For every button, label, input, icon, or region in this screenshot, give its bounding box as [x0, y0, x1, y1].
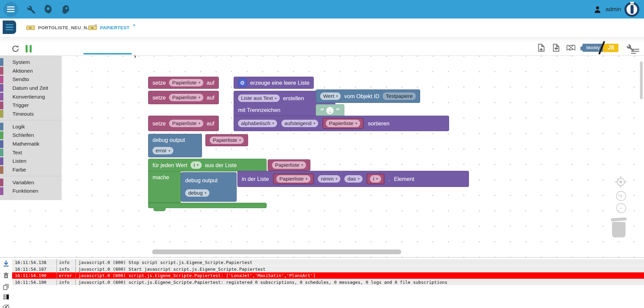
block-sort-list[interactable]: alphabetisch▾ aufsteigend▾ Papierliste▾ … [234, 116, 449, 131]
index-mode-dropdown[interactable]: das▾ [344, 175, 363, 183]
wrench-icon[interactable] [26, 4, 36, 14]
person-icon[interactable] [593, 5, 602, 14]
list-mode-dropdown[interactable]: Liste aus Text▾ [238, 94, 280, 102]
log-panel: 16:11:54.138infojavascript.0 (800) Stop … [0, 257, 644, 308]
block-variable-papierliste[interactable]: Papierliste▾ [273, 174, 314, 184]
horizontal-scrollbar[interactable] [152, 249, 401, 254]
hamburger-menu-button[interactable] [3, 2, 18, 17]
block-set-variable-1[interactable]: setze Papierliste▾ auf [148, 77, 219, 89]
vertical-scrollbar[interactable] [640, 62, 643, 99]
gear-icon[interactable] [43, 4, 53, 14]
sort-type-dropdown[interactable]: alphabetisch▾ [238, 120, 277, 127]
block-get-object-value[interactable]: Wert▾ vom Objekt ID Testpapiere [316, 89, 420, 103]
block-debug-output-1[interactable]: debug output error▾ [148, 134, 202, 157]
import-blocks-icon[interactable] [551, 43, 561, 52]
log-toolbar [0, 258, 12, 308]
category-funktionen[interactable]: Funktionen [0, 187, 62, 196]
category-sendto[interactable]: Sendto [0, 75, 62, 84]
loop-variable-dropdown[interactable]: i▾ [191, 161, 201, 169]
object-id-field[interactable]: Testpapiere [383, 92, 416, 100]
checkered-flag-icon[interactable] [566, 43, 576, 52]
category-system[interactable]: System [0, 58, 62, 67]
block-variable-papierliste[interactable]: Papierliste▾ [205, 134, 248, 146]
mutator-gear-icon[interactable]: ⚙ [238, 78, 247, 87]
variable-dropdown[interactable]: Papierliste▾ [276, 175, 310, 183]
text-field[interactable]: , [326, 107, 334, 114]
variable-dropdown[interactable]: Papierliste▾ [169, 120, 203, 127]
tab-portoliste[interactable]: BL PORTOLISTE_NEU_N... × [26, 18, 97, 37]
block-variable-papierliste[interactable]: Papierliste▾ [268, 159, 310, 171]
js-label: JS [602, 44, 618, 52]
category-farbe[interactable]: Farbe [0, 165, 62, 174]
blockly-badge-icon: BL [88, 26, 97, 30]
log-row: 16:11:54.138infojavascript.0 (800) Stop … [12, 259, 644, 266]
block-variable-i[interactable]: i▾ [367, 174, 384, 184]
script-tab-bar: BL PORTOLISTE_NEU_N... × BL PAPIERTEST ×… [0, 18, 644, 37]
expert-head-icon[interactable] [61, 4, 71, 14]
download-icon[interactable] [2, 260, 10, 267]
variable-dropdown[interactable]: Papierliste▾ [272, 161, 306, 169]
active-tab-underline [83, 53, 132, 54]
app-top-bar: admin [0, 0, 644, 18]
block-variable-papierliste[interactable]: Papierliste▾ [323, 118, 363, 129]
close-icon[interactable]: × [133, 22, 136, 28]
hide-eye-icon[interactable] [2, 303, 10, 308]
block-foreach-header[interactable]: für jeden Wert i▾ aus der Liste [148, 159, 267, 171]
category-trigger[interactable]: Trigger [0, 101, 62, 110]
sort-lines-icon[interactable] [631, 49, 639, 54]
tab-papiertest[interactable]: BL PAPIERTEST × [88, 18, 136, 37]
block-set-variable-2[interactable]: setze Papierliste▾ auf [148, 91, 219, 104]
sort-direction-dropdown[interactable]: aufsteigend▾ [281, 120, 318, 127]
category-text[interactable]: Text [0, 148, 62, 157]
blockly-js-toggle[interactable]: blockly JS [582, 43, 618, 52]
zoom-in-icon[interactable]: + [616, 191, 626, 201]
blockly-badge-icon: BL [26, 26, 35, 30]
block-foreach-footer[interactable] [148, 203, 267, 208]
block-connector-notch [154, 208, 166, 211]
log-row: 16:11:54.187infojavascript.0 (800) Start… [12, 266, 644, 273]
category-schleifen[interactable]: Schleifen [0, 131, 62, 140]
category-datum-und-zeit[interactable]: Datum und Zeit [0, 84, 62, 92]
scripts-panel-icon[interactable] [3, 21, 16, 34]
log-level-dropdown[interactable]: error▾ [152, 147, 173, 154]
block-category-toolbox: System Aktionen Sendto Datum und Zeit Ko… [0, 56, 62, 200]
center-target-icon[interactable] [614, 175, 628, 189]
category-logik[interactable]: Logik [0, 122, 62, 131]
layout-columns-icon[interactable] [2, 293, 10, 301]
category-konvertierung[interactable]: Konvertierung [0, 92, 62, 101]
block-create-empty-list[interactable]: ⚙ erzeuge eine leere Liste [234, 77, 314, 89]
log-entries: 16:11:54.138infojavascript.0 (800) Stop … [12, 259, 644, 285]
category-aktionen[interactable]: Aktionen [0, 67, 62, 75]
copy-icon[interactable] [2, 283, 10, 291]
category-variablen[interactable]: Variablen [0, 178, 62, 187]
variable-dropdown[interactable]: Papierliste▾ [210, 137, 244, 144]
variable-dropdown[interactable]: Papierliste▾ [169, 94, 203, 101]
toolbox-divider [0, 176, 62, 176]
export-blocks-icon[interactable] [537, 43, 546, 52]
block-debug-output-2[interactable]: debug output debug▾ [181, 172, 237, 202]
attribute-dropdown[interactable]: Wert▾ [320, 92, 341, 100]
variable-dropdown[interactable]: Papierliste▾ [326, 120, 360, 127]
refresh-icon[interactable] [11, 44, 20, 53]
zoom-out-icon[interactable]: − [616, 203, 626, 213]
category-timeouts[interactable]: Timeouts [0, 110, 62, 118]
blockly-workspace[interactable]: setze Papierliste▾ auf ⚙ erzeuge eine le… [0, 56, 644, 257]
variable-dropdown[interactable]: Papierliste▾ [169, 79, 203, 86]
get-mode-dropdown[interactable]: nimm▾ [318, 175, 340, 183]
clear-log-icon[interactable] [2, 272, 10, 279]
iobroker-logo[interactable] [624, 2, 639, 17]
variable-dropdown[interactable]: i▾ [370, 175, 381, 183]
chevron-right-icon[interactable]: › [134, 52, 136, 60]
category-mathematik[interactable]: Mathematik [0, 140, 62, 148]
admin-username: admin [606, 6, 621, 13]
block-text-separator[interactable]: “ , ” [316, 104, 344, 117]
trash-icon[interactable] [611, 219, 626, 237]
block-list-get-index[interactable]: in der Liste Papierliste▾ nimm▾ das▾ i▾ … [237, 171, 469, 187]
mache-label: mache [152, 174, 169, 181]
category-listen[interactable]: Listen [0, 157, 62, 166]
toolbox-divider [0, 120, 62, 120]
log-level-dropdown[interactable]: debug▾ [185, 189, 209, 197]
pause-icon[interactable] [26, 45, 32, 52]
workspace-canvas[interactable]: setze Papierliste▾ auf ⚙ erzeuge eine le… [0, 56, 644, 257]
block-set-variable-3[interactable]: setze Papierliste▾ auf [148, 116, 219, 131]
